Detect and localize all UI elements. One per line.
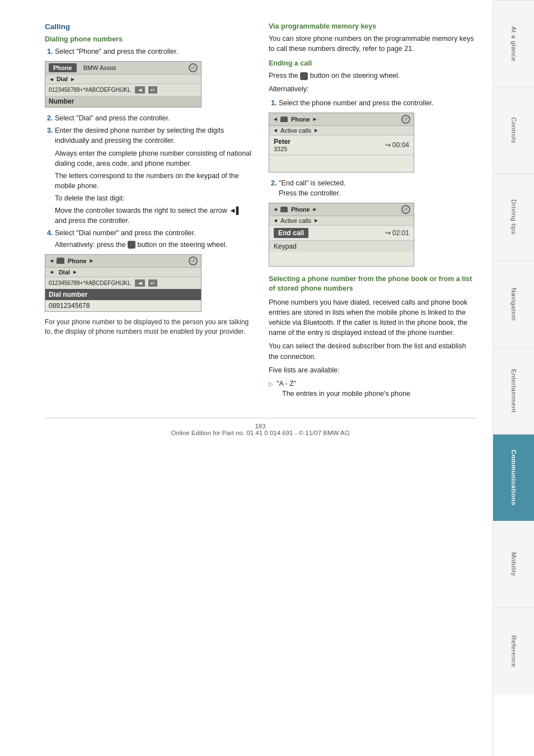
tab-label-at-a-glance: At a glance <box>510 26 517 61</box>
sidebar-tab-at-a-glance[interactable]: At a glance <box>493 0 534 87</box>
via-programmable-text: You can store phone numbers on the progr… <box>269 34 476 54</box>
left-column: Calling Dialing phone numbers Select "Ph… <box>45 22 252 401</box>
sidebar-tabs: At a glance Controls Driving tips Naviga… <box>493 0 534 756</box>
call-timer-2: ↪ 02:01 <box>385 229 409 237</box>
step3-note1: Always enter the complete phone number c… <box>55 148 252 169</box>
end-phone-screen-2: ◄ Phone ► ↺ ◄ Active calls ► End call ↪ … <box>269 203 414 267</box>
backspace-icon-1: ◄ <box>135 86 145 94</box>
list-item-az-label: "A - Z" <box>277 379 410 389</box>
refresh-icon-end-2: ↺ <box>401 205 410 214</box>
end-subnav-arrow-left-2: ◄ <box>273 217 278 223</box>
call-screen-spacer-1 <box>269 155 414 172</box>
list-item-az: ▷ "A - Z" The entries in your mobile pho… <box>269 379 476 399</box>
tab-label-communications: Communications <box>510 450 517 506</box>
dialing-subtitle: Dialing phone numbers <box>45 35 252 43</box>
end-subnav-label-2: Active calls <box>280 217 311 224</box>
sidebar-tab-driving-tips[interactable]: Driving tips <box>493 174 534 260</box>
dial-number-row: Dial number <box>45 289 201 300</box>
phone-value-row: 08912345678 <box>45 300 201 311</box>
end-nav-arrow-left-1: ◄ <box>273 116 278 122</box>
caller-number: 3325 <box>274 146 291 152</box>
ending-call-text: Press the 📞 button on the steering wheel… <box>269 71 476 81</box>
via-programmable-title: Via programmable memory keys <box>269 22 476 30</box>
footer-note: For your phone number to be displayed to… <box>45 318 252 337</box>
end-nav-arrow-right-2: ► <box>312 206 318 212</box>
step3-delete-detail: Move the controller towards the right to… <box>55 206 252 226</box>
step-2: Select "Dial" and press the controller. <box>55 113 252 123</box>
tab-label-driving-tips: Driving tips <box>510 200 517 235</box>
ending-call-title: Ending a call <box>269 59 476 67</box>
footer-text: Online Edition for Part no. 01 41 0 014 … <box>171 430 349 436</box>
calling-title: Calling <box>45 22 252 31</box>
caller-name: Peter <box>274 138 291 146</box>
end-nav-arrow-right-1: ► <box>312 116 318 122</box>
phone-tab-2: Phone <box>68 258 87 264</box>
alternatively-label: Alternatively: <box>269 84 476 94</box>
end-subnav-arrow-left-1: ◄ <box>273 127 278 133</box>
step4-alt: Alternatively: press the 📞 button on the… <box>55 240 252 250</box>
phone-button-icon: 📞 <box>128 241 135 249</box>
five-lists-label: Five lists are available: <box>269 365 476 375</box>
end-subnav-label-1: Active calls <box>280 127 311 134</box>
sidebar-tab-mobility[interactable]: Mobility <box>493 521 534 608</box>
end-step-2: "End call" is selected. Press the contro… <box>279 178 476 198</box>
step3-delete-intro: To delete the last digit: <box>55 193 252 203</box>
end-call-row1: End call ↪ 02:01 <box>269 226 414 241</box>
step3-note2: The letters correspond to the numbers on… <box>55 171 252 191</box>
keypad-row: Keypad <box>269 241 414 252</box>
end-nav-label1-2: Phone <box>291 206 310 213</box>
end-step-1: Select the phone number and press the co… <box>279 98 476 108</box>
end-nav-label1-1: Phone <box>291 116 310 123</box>
phone-screen-2: ◄ Phone ► ↺ ◄ Dial ► 0123456789+*#ABCDEF… <box>45 254 202 312</box>
end-step2-sub: Press the controller. <box>279 189 340 197</box>
dial-arrow-right: ► <box>72 269 78 275</box>
tab-label-reference: Reference <box>510 635 517 668</box>
end-call-label: End call <box>274 228 308 238</box>
dial-nav-label-2: Dial <box>59 269 70 276</box>
tab-label-controls: Controls <box>510 118 517 144</box>
step-1: Select "Phone" and press the controller. <box>55 46 252 57</box>
sidebar-tab-entertainment[interactable]: Entertainment <box>493 347 534 434</box>
keyboard-chars-2: 0123456789+*#ABCDEFGHIJKL <box>49 280 130 286</box>
refresh-icon-2: ↺ <box>189 256 198 265</box>
enter-icon-1: ↵ <box>148 86 157 94</box>
page-footer: 183 Online Edition for Part no. 01 41 0 … <box>45 418 476 436</box>
call-screen-spacer-2 <box>269 252 414 266</box>
call-timer-1: ↪ 00:04 <box>385 141 409 149</box>
nav-arrow-left-2: ◄ <box>49 258 54 264</box>
backspace-icon-2: ◄ <box>135 279 145 287</box>
end-phone-screen-1: ◄ Phone ► ↺ ◄ Active calls ► Peter 3325 <box>269 113 414 172</box>
phone-icon-end-1 <box>280 116 288 122</box>
sidebar-tab-navigation[interactable]: Navigation <box>493 260 534 347</box>
end-subnav-arrow-right-2: ► <box>313 217 319 223</box>
phone-label-number: Number <box>45 96 201 107</box>
dial-arrow-left: ◄ <box>49 269 54 275</box>
phone-tab-active: Phone <box>49 63 77 72</box>
sidebar-tab-communications[interactable]: Communications <box>493 434 534 521</box>
sidebar-tab-reference[interactable]: Reference <box>493 608 534 694</box>
sidebar-tab-controls[interactable]: Controls <box>493 87 534 174</box>
step-3: Enter the desired phone number by select… <box>55 125 252 226</box>
end-subnav-arrow-right-1: ► <box>313 127 319 133</box>
keyboard-chars-1: 0123456789+*#ABCDEFGHIJKL <box>49 87 130 93</box>
right-column: Via programmable memory keys You can sto… <box>269 22 476 401</box>
phone-icon-end-2 <box>280 207 288 212</box>
step-4: Select "Dial number" and press the contr… <box>55 228 252 249</box>
dial-nav-label: Dial <box>57 76 68 82</box>
selecting-text-1: Phone numbers you have dialed, received … <box>269 297 476 338</box>
phone-screen-1: Phone BMW Assist ↺ ◄ Dial ► 0123456789+*… <box>45 61 202 108</box>
tab-label-entertainment: Entertainment <box>510 369 517 413</box>
list-item-az-sub: The entries in your mobile phone's phone <box>282 389 410 399</box>
tab-label-mobility: Mobility <box>510 553 517 577</box>
end-nav-arrow-left-2: ◄ <box>273 206 278 212</box>
selecting-title: Selecting a phone number from the phone … <box>269 274 476 294</box>
nav-arrow-left-1: ◄ <box>49 76 54 82</box>
nav-arrow-right-2: ► <box>89 258 95 264</box>
call-info-row: Peter 3325 ↪ 00:04 <box>269 136 414 155</box>
refresh-icon-end-1: ↺ <box>401 115 410 124</box>
phone-icon-small-2 <box>57 258 64 264</box>
bullet-arrow-icon: ▷ <box>269 380 273 389</box>
phone-button-icon-end: 📞 <box>300 72 308 80</box>
tab-label-navigation: Navigation <box>510 287 517 320</box>
main-content: Calling Dialing phone numbers Select "Ph… <box>0 0 493 756</box>
